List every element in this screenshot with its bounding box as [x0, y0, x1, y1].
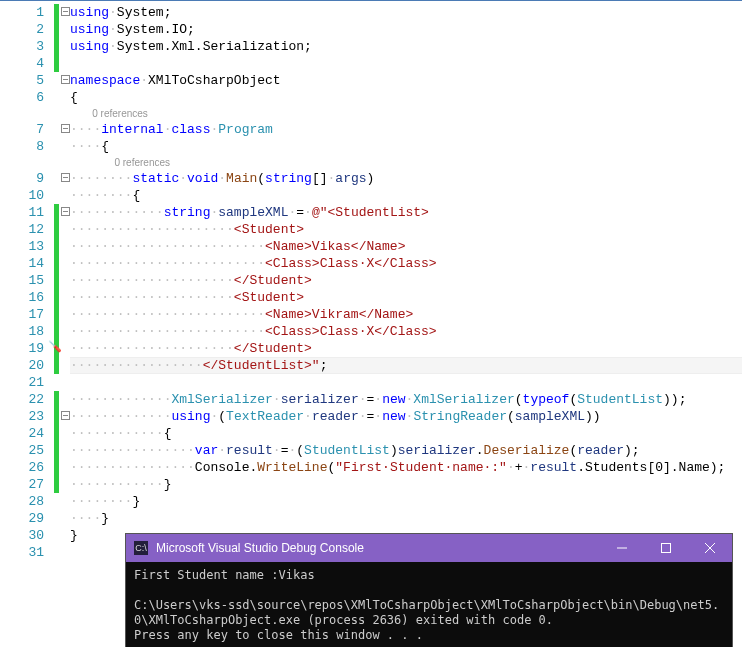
- code-editor[interactable]: 1234567891011121314151617181920212223242…: [0, 0, 742, 561]
- margin-cell[interactable]: [54, 510, 70, 527]
- margin-cell[interactable]: [54, 255, 70, 272]
- margin-cell[interactable]: [54, 442, 70, 459]
- line-number: 22: [0, 391, 44, 408]
- code-line[interactable]: ·············using·(TextReader·reader·=·…: [70, 408, 742, 425]
- code-line[interactable]: [70, 374, 742, 391]
- line-number: 10: [0, 187, 44, 204]
- line-number: 19: [0, 340, 44, 357]
- codelens-label[interactable]: 0 references: [70, 155, 742, 170]
- code-line[interactable]: using·System.Xml.Serialization;: [70, 38, 742, 55]
- code-line[interactable]: namespace·XMlToCsharpObject: [70, 72, 742, 89]
- line-number: 2: [0, 21, 44, 38]
- line-number: 26: [0, 459, 44, 476]
- debug-console-window: C:\ Microsoft Visual Studio Debug Consol…: [125, 533, 733, 561]
- line-number: 18: [0, 323, 44, 340]
- line-number: 31: [0, 544, 44, 561]
- margin-cell[interactable]: [54, 170, 70, 187]
- codelens-label[interactable]: 0 references: [70, 106, 742, 121]
- code-line[interactable]: {: [70, 89, 742, 106]
- code-line[interactable]: ····}: [70, 510, 742, 527]
- line-number: 11: [0, 204, 44, 221]
- line-number: 15: [0, 272, 44, 289]
- code-line[interactable]: ·························<Class>Class·X<…: [70, 255, 742, 272]
- collapse-toggle-icon[interactable]: [61, 173, 70, 182]
- margin-cell[interactable]: [54, 55, 70, 72]
- margin-cell[interactable]: [54, 4, 70, 21]
- collapse-toggle-icon[interactable]: [61, 207, 70, 216]
- line-number: 3: [0, 38, 44, 55]
- outline-margin[interactable]: [54, 1, 70, 561]
- margin-cell[interactable]: [54, 493, 70, 510]
- console-app-icon: C:\: [134, 541, 148, 555]
- code-line[interactable]: ·····················</Student>: [70, 272, 742, 289]
- line-number: 24: [0, 425, 44, 442]
- code-line[interactable]: ············string·sampleXML·=·@"<Studen…: [70, 204, 742, 221]
- quick-actions-icon[interactable]: 🪛: [48, 340, 62, 353]
- code-line[interactable]: using·System;: [70, 4, 742, 21]
- margin-cell[interactable]: [54, 476, 70, 493]
- console-titlebar[interactable]: C:\ Microsoft Visual Studio Debug Consol…: [126, 534, 732, 561]
- margin-cell[interactable]: [54, 72, 70, 89]
- close-button[interactable]: [688, 534, 732, 561]
- margin-cell[interactable]: [54, 204, 70, 221]
- collapse-toggle-icon[interactable]: [61, 75, 70, 84]
- code-line[interactable]: ············}: [70, 476, 742, 493]
- margin-cell[interactable]: [54, 425, 70, 442]
- line-number: 23: [0, 408, 44, 425]
- collapse-toggle-icon[interactable]: [61, 7, 70, 16]
- code-line[interactable]: ················var·result·=·(StudentLis…: [70, 442, 742, 459]
- console-title: Microsoft Visual Studio Debug Console: [156, 541, 364, 555]
- line-number: 29: [0, 510, 44, 527]
- code-line[interactable]: ·························<Class>Class·X<…: [70, 323, 742, 340]
- margin-cell[interactable]: [54, 357, 70, 374]
- margin-cell[interactable]: [54, 323, 70, 340]
- maximize-button[interactable]: [644, 534, 688, 561]
- code-area[interactable]: using·System;using·System.IO;using·Syste…: [70, 1, 742, 561]
- code-line[interactable]: ·························<Name>Vikram</N…: [70, 306, 742, 323]
- margin-cell[interactable]: [54, 459, 70, 476]
- collapse-toggle-icon[interactable]: [61, 411, 70, 420]
- margin-cell[interactable]: [54, 544, 70, 561]
- code-line[interactable]: ·············XmlSerializer·serializer·=·…: [70, 391, 742, 408]
- margin-cell[interactable]: [54, 272, 70, 289]
- margin-cell[interactable]: [54, 408, 70, 425]
- margin-cell[interactable]: [54, 527, 70, 544]
- margin-cell[interactable]: [54, 391, 70, 408]
- line-number: 25: [0, 442, 44, 459]
- line-number: 12: [0, 221, 44, 238]
- margin-cell[interactable]: [54, 138, 70, 155]
- margin-cell[interactable]: [54, 289, 70, 306]
- margin-cell[interactable]: [54, 38, 70, 55]
- line-number: 1: [0, 4, 44, 21]
- code-line[interactable]: ·····················<Student>: [70, 289, 742, 306]
- line-number: 17: [0, 306, 44, 323]
- margin-cell[interactable]: [54, 238, 70, 255]
- margin-cell[interactable]: [54, 89, 70, 106]
- code-line[interactable]: ·························<Name>Vikas</Na…: [70, 238, 742, 255]
- margin-cell[interactable]: [54, 187, 70, 204]
- line-number: 30: [0, 527, 44, 544]
- svg-rect-1: [662, 544, 671, 553]
- collapse-toggle-icon[interactable]: [61, 124, 70, 133]
- margin-cell[interactable]: [54, 306, 70, 323]
- margin-cell[interactable]: [54, 21, 70, 38]
- margin-cell[interactable]: [54, 374, 70, 391]
- code-line[interactable]: ········{: [70, 187, 742, 204]
- code-line[interactable]: ·················</StudentList>";: [70, 357, 742, 374]
- code-line[interactable]: ····{: [70, 138, 742, 155]
- code-line[interactable]: ·····················</Student>: [70, 340, 742, 357]
- margin-cell[interactable]: [54, 121, 70, 138]
- minimize-button[interactable]: [600, 534, 644, 561]
- code-line[interactable]: ········static·void·Main(string[]·args): [70, 170, 742, 187]
- line-number: 8: [0, 138, 44, 155]
- code-line[interactable]: using·System.IO;: [70, 21, 742, 38]
- code-line[interactable]: ·····················<Student>: [70, 221, 742, 238]
- code-line[interactable]: ············{: [70, 425, 742, 442]
- code-line[interactable]: [70, 55, 742, 72]
- margin-cell[interactable]: [54, 221, 70, 238]
- line-number: 21: [0, 374, 44, 391]
- line-number: 6: [0, 89, 44, 106]
- code-line[interactable]: ················Console.WriteLine("First…: [70, 459, 742, 476]
- code-line[interactable]: ········}: [70, 493, 742, 510]
- code-line[interactable]: ····internal·class·Program: [70, 121, 742, 138]
